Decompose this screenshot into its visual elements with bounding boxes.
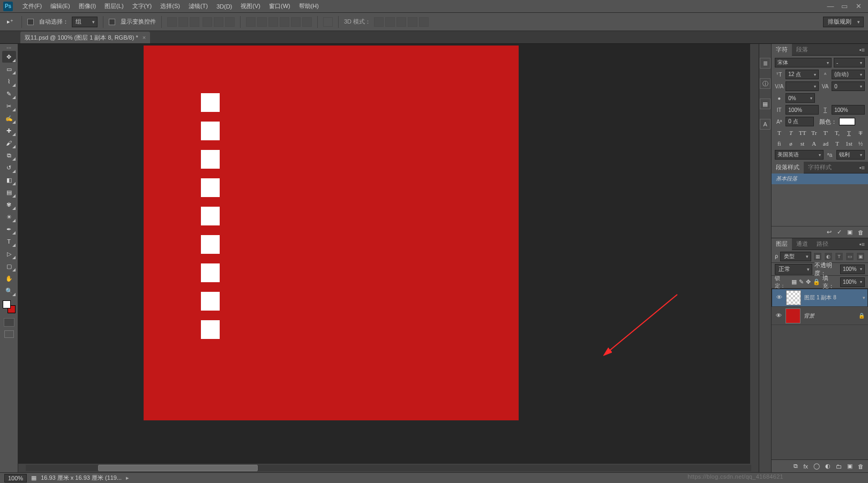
auto-select-checkbox[interactable] [27,19,34,25]
font-style-select[interactable]: - [834,58,865,67]
leading-input[interactable]: (自动) [832,70,865,79]
layer-item[interactable]: 👁 图层 1 副本 8 [772,289,868,307]
layer-name-label[interactable]: 背景 [804,312,814,320]
kerning-input[interactable] [785,81,819,91]
stylistic-icon[interactable]: ad [821,140,830,147]
3d-orbit-button[interactable] [374,17,384,27]
filter-search-icon[interactable]: ρ [775,253,778,259]
auto-align-button[interactable] [323,17,333,27]
quick-select-tool[interactable]: ✎ [2,88,16,100]
menu-window[interactable]: 窗口(W) [265,0,295,13]
filter-pixel-icon[interactable]: ▦ [813,252,822,261]
menu-view[interactable]: 视图(V) [236,0,265,13]
3d-zoom-button[interactable] [419,17,429,27]
layer-item[interactable]: 👁 背景 🔒 [772,307,868,325]
clear-override-icon[interactable]: ↩ [827,229,832,236]
history-brush-tool[interactable]: ↺ [2,162,16,173]
menu-select[interactable]: 选择(S) [156,0,184,13]
align-vcenter-button[interactable] [178,17,188,27]
menu-filter[interactable]: 滤镜(T) [184,0,212,13]
alt-icon[interactable]: ø [787,140,795,147]
antialias-select[interactable]: 锐利 [836,150,865,160]
layer-name-label[interactable]: 图层 1 副本 8 [804,294,836,301]
eraser-tool[interactable]: ◧ [2,174,16,186]
swatches-panel-icon[interactable]: ▦ [760,99,770,109]
scale-input[interactable]: 0% [785,93,815,103]
healing-tool[interactable]: ✚ [2,125,16,137]
underline-icon[interactable]: T [844,130,853,136]
panel-menu-icon[interactable]: •≡ [856,164,868,171]
history-panel-icon[interactable]: ≣ [760,58,770,69]
lasso-tool[interactable]: ⌇ [2,76,16,87]
lock-pixels-icon[interactable]: ✎ [799,278,804,285]
brush-tool[interactable]: 🖌 [2,137,16,149]
dist-6[interactable] [302,17,312,27]
font-family-select[interactable]: 宋体 [775,58,832,67]
blend-mode-select[interactable]: 正常 [775,264,812,275]
new-style-icon[interactable]: ▣ [847,229,852,236]
menu-3d[interactable]: 3D(D) [212,0,236,13]
menu-type[interactable]: 文字(Y) [128,0,156,13]
document-canvas[interactable] [144,46,519,420]
dist-5[interactable] [291,17,301,27]
vscale-input[interactable]: 100% [785,105,819,115]
path-select-tool[interactable]: ▷ [2,248,16,260]
menu-image[interactable]: 图像(I) [74,0,100,13]
color-swatches[interactable] [3,300,16,313]
fractions-icon[interactable]: ½ [856,140,865,147]
screen-mode-button[interactable] [4,330,14,338]
vertical-scrollbar[interactable] [750,44,759,464]
type-tool[interactable]: T [2,236,16,247]
marquee-tool[interactable]: ▭ [2,63,16,75]
eyedropper-tool[interactable]: ✍ [2,112,16,124]
tab-layers[interactable]: 图层 [772,238,792,250]
menu-help[interactable]: 帮助(H) [295,0,323,13]
menu-layer[interactable]: 图层(L) [100,0,128,13]
3d-slide-button[interactable] [408,17,417,27]
tab-character[interactable]: 字符 [772,44,792,56]
strikethrough-icon[interactable]: Ŧ [856,130,865,136]
allcaps-icon[interactable]: TT [798,130,807,136]
foreground-swatch[interactable] [3,300,11,308]
subscript-icon[interactable]: T, [833,130,842,136]
new-group-icon[interactable]: 🗀 [836,463,842,470]
3d-roll-button[interactable] [385,17,395,27]
window-maximize-button[interactable]: ▭ [838,2,851,11]
lock-all-icon[interactable]: 🔒 [813,278,820,285]
show-transform-checkbox[interactable] [109,19,115,25]
panel-menu-icon[interactable]: •≡ [856,47,868,53]
text-color-swatch[interactable] [839,118,855,125]
fill-input[interactable]: 100% [840,277,865,287]
filter-shape-icon[interactable]: ▭ [845,252,854,261]
dist-4[interactable] [280,17,289,27]
quick-mask-toggle[interactable] [4,318,14,327]
status-flyout-icon[interactable]: ▸ [126,474,129,481]
menu-file[interactable]: 文件(F) [18,0,46,13]
window-close-button[interactable]: ✕ [852,2,865,11]
dist-3[interactable] [268,17,278,27]
filter-kind-select[interactable]: 类型 [780,252,811,261]
horizontal-scrollbar[interactable] [18,464,759,472]
canvas-viewport[interactable] [18,44,759,472]
dodge-tool[interactable]: ☀ [2,211,16,223]
bold-icon[interactable]: T [775,130,783,136]
menu-edit[interactable]: 编辑(E) [46,0,74,13]
document-tab[interactable]: 双11.psd @ 100% (图层 1 副本 8, RGB/8) * × [20,32,150,43]
dist-2[interactable] [257,17,267,27]
tab-paths[interactable]: 路径 [812,238,833,250]
font-size-input[interactable]: 12 点 [785,70,819,79]
new-layer-icon[interactable]: ▣ [847,463,852,470]
arrange-rules-button[interactable]: 排版规则 [823,17,864,27]
add-mask-icon[interactable]: ◯ [813,463,820,470]
shape-tool[interactable]: ▢ [2,260,16,272]
align-hcenter-button[interactable] [214,17,223,27]
3d-pan-button[interactable] [396,17,406,27]
opacity-input[interactable]: 100% [840,265,865,274]
move-tool[interactable]: ✥ [2,51,16,63]
disc-icon[interactable]: st [798,140,807,147]
hscale-input[interactable]: 100% [832,105,865,115]
italic-icon[interactable]: T [787,130,795,136]
ordinals-icon[interactable]: 1st [844,140,853,147]
zoom-tool[interactable]: 🔍 [2,285,16,297]
link-layers-icon[interactable]: ⧉ [794,463,798,470]
